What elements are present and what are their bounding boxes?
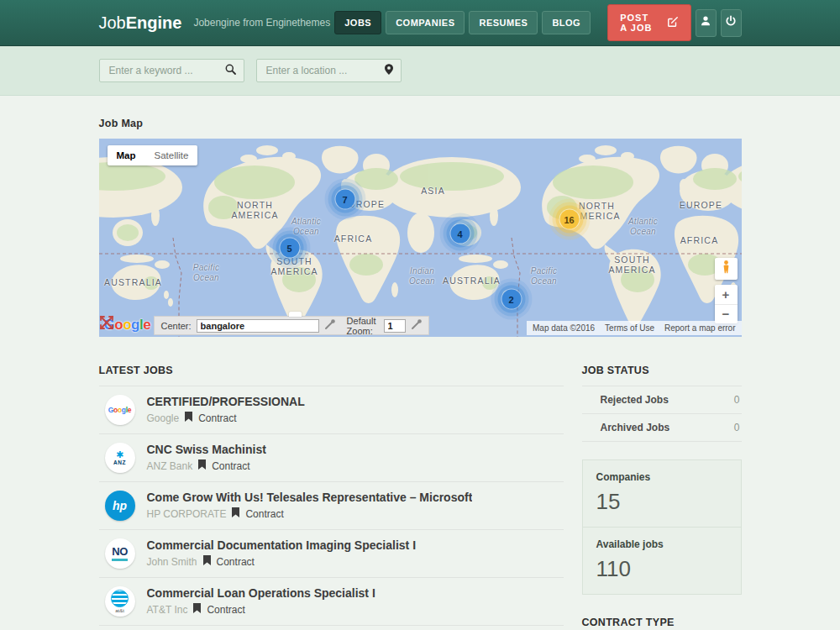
map-center-input[interactable] xyxy=(197,319,319,333)
att-globe-icon xyxy=(111,590,129,607)
site-tagline: Jobengine from Enginethemes xyxy=(193,17,330,29)
status-label: Rejected Jobs xyxy=(601,394,669,406)
contract-type-widget: CONTRACT TYPE Contract xyxy=(582,617,742,630)
anz-logo-text: ANZ xyxy=(113,460,126,466)
center-label: Center: xyxy=(161,321,192,331)
company-logo-anz: ✱ ANZ xyxy=(105,443,135,473)
account-button[interactable] xyxy=(696,9,717,37)
job-map[interactable]: AUSTRALIA Pacific Ocean NORTH AMERICA At… xyxy=(99,139,742,337)
keyword-search-field[interactable] xyxy=(99,59,244,82)
hp-logo-text: hp xyxy=(113,499,127,512)
bookmark-icon xyxy=(185,412,192,424)
map-zoom-control: + − xyxy=(715,285,738,323)
map-cluster-marker-oceania[interactable]: 2 xyxy=(501,290,521,309)
report-map-error-link[interactable]: Report a map error xyxy=(664,323,735,333)
job-type: Contract xyxy=(212,460,249,472)
set-center-tool-icon[interactable] xyxy=(324,319,335,332)
company-logo-hp: hp xyxy=(105,491,135,521)
search-icon[interactable] xyxy=(225,63,236,78)
bookmark-icon xyxy=(203,555,211,568)
company-logo-google: Google xyxy=(105,395,135,425)
latest-jobs-section: LATEST JOBS Google CERTIFIED/PROFESSIONA… xyxy=(99,365,564,630)
logout-button[interactable] xyxy=(721,9,742,37)
job-company: Google xyxy=(147,412,180,424)
post-a-job-button[interactable]: POST A JOB xyxy=(607,4,690,41)
settings-bar-tab[interactable] xyxy=(289,312,302,317)
map-move-arrows-decoration xyxy=(99,313,116,335)
stat-label: Available jobs xyxy=(596,538,727,550)
location-pin-icon[interactable] xyxy=(385,63,393,78)
map-cluster-marker-asia[interactable]: 4 xyxy=(450,224,470,244)
status-label: Archived Jobs xyxy=(601,422,670,433)
set-zoom-tool-icon[interactable] xyxy=(411,319,422,332)
job-title[interactable]: Commercial Documentation Imaging Special… xyxy=(147,539,417,552)
default-zoom-label: Default Zoom: xyxy=(347,316,379,336)
location-search-field[interactable] xyxy=(256,59,402,82)
contract-type-title: CONTRACT TYPE xyxy=(582,617,742,630)
keyword-input[interactable] xyxy=(108,64,225,77)
pegman-icon xyxy=(722,260,731,278)
map-cluster-marker-north-america[interactable]: 16 xyxy=(559,210,579,229)
job-type: Contract xyxy=(217,556,255,568)
map-cluster-marker-south-america[interactable]: 5 xyxy=(280,239,299,258)
map-data-text: Map data ©2016 xyxy=(533,323,595,333)
status-count: 0 xyxy=(734,422,740,433)
world-map-graphic xyxy=(99,139,742,337)
logo-text-light: Job xyxy=(99,13,126,32)
att-logo-text: at&t xyxy=(115,608,124,613)
location-input[interactable] xyxy=(265,64,385,77)
latest-jobs-title: LATEST JOBS xyxy=(99,365,564,386)
map-type-map-button[interactable]: Map xyxy=(108,145,145,165)
bookmark-icon xyxy=(193,603,201,616)
job-map-title: Job Map xyxy=(99,118,742,129)
main-content: Job Map xyxy=(99,118,742,630)
primary-nav: JOBS COMPANIES RESUMES BLOG xyxy=(330,11,591,34)
stat-label: Companies xyxy=(596,471,727,483)
company-logo-att: at&t xyxy=(105,586,135,617)
job-type: Contract xyxy=(245,508,283,520)
job-list-item[interactable]: at&t Commercial Loan Operations Speciali… xyxy=(99,578,564,626)
job-type: Contract xyxy=(198,412,236,424)
job-title[interactable]: Come Grow With Us! Telesales Representat… xyxy=(147,491,473,504)
job-list-item[interactable]: hp Come Grow With Us! Telesales Represen… xyxy=(99,482,564,530)
job-list-item[interactable]: Google CERTIFIED/PROFESSIONAL Google Con… xyxy=(99,386,564,434)
company-logo-no: NO xyxy=(105,538,135,569)
bookmark-icon xyxy=(198,459,206,472)
anz-flower-icon: ✱ xyxy=(116,450,123,459)
terms-of-use-link[interactable]: Terms of Use xyxy=(605,323,654,333)
sidebar-item-rejected-jobs[interactable]: Rejected Jobs 0 xyxy=(582,386,742,414)
pegman-control[interactable] xyxy=(715,258,738,280)
site-stats-box: Companies 15 Available jobs 110 xyxy=(582,459,742,595)
top-navbar: JobEngine Jobengine from Enginethemes JO… xyxy=(0,0,840,46)
job-company: John Smith xyxy=(147,556,197,568)
nav-item-blog[interactable]: BLOG xyxy=(542,11,591,34)
google-mini-logo: Google xyxy=(108,406,132,414)
nav-item-companies[interactable]: COMPANIES xyxy=(386,11,465,34)
map-cluster-marker-europe[interactable]: 7 xyxy=(335,190,354,209)
compose-icon xyxy=(667,16,679,29)
power-icon xyxy=(725,15,737,30)
stat-companies: Companies 15 xyxy=(583,460,741,527)
site-logo[interactable]: JobEngine xyxy=(99,13,182,33)
stat-value: 110 xyxy=(596,556,727,582)
job-title[interactable]: CERTIFIED/PROFESSIONAL xyxy=(147,396,305,408)
map-type-satellite-button[interactable]: Satellite xyxy=(145,145,198,165)
job-title[interactable]: Commercial Loan Operations Specialist I xyxy=(147,587,375,600)
nav-item-jobs[interactable]: JOBS xyxy=(334,11,381,34)
job-company: ANZ Bank xyxy=(147,460,193,472)
job-list-item[interactable]: ✱ ANZ CNC Swiss Machinist ANZ Bank Contr… xyxy=(99,434,564,482)
job-type: Contract xyxy=(207,604,244,616)
job-status-title: JOB STATUS xyxy=(582,365,742,386)
job-title[interactable]: CNC Swiss Machinist xyxy=(147,444,266,456)
sidebar-item-archived-jobs[interactable]: Archived Jobs 0 xyxy=(582,414,742,442)
post-a-job-label: POST A JOB xyxy=(620,13,658,33)
search-bar-section xyxy=(0,46,840,96)
logo-text-bold: Engine xyxy=(126,13,182,32)
no-logo-text: NO xyxy=(112,546,128,560)
zoom-in-button[interactable]: + xyxy=(715,285,738,305)
job-list-item[interactable]: NO Commercial Documentation Imaging Spec… xyxy=(99,530,564,578)
nav-item-resumes[interactable]: RESUMES xyxy=(469,11,538,34)
job-company: HP CORPORATE xyxy=(147,508,227,520)
status-count: 0 xyxy=(734,394,740,406)
default-zoom-input[interactable] xyxy=(384,319,406,333)
